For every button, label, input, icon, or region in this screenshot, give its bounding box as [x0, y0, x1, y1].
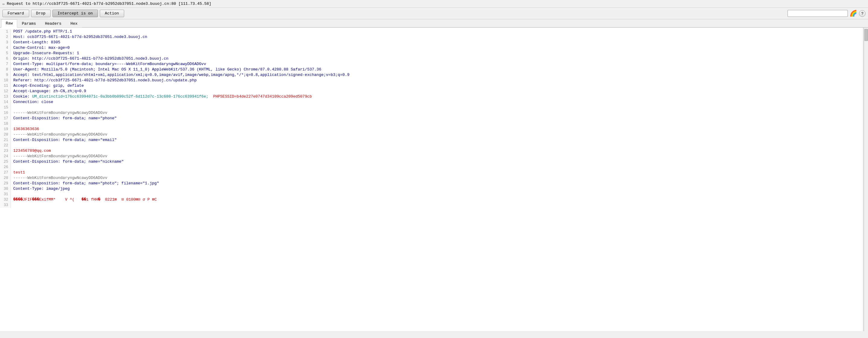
line-number: 24: [0, 154, 11, 159]
table-row: 17Content-Disposition: form-data; name="…: [0, 116, 863, 121]
line-number: 31: [0, 192, 11, 197]
line-content: ------WebKitFormBoundaryngwNcawyDD6ADGvv: [11, 175, 107, 181]
intercept-button[interactable]: Intercept is on: [53, 10, 98, 17]
line-content: Content-Disposition: form-data; name="ph…: [11, 181, 159, 186]
line-number: 9: [0, 72, 11, 78]
tab-params[interactable]: Params: [17, 20, 40, 27]
line-number: 10: [0, 78, 11, 83]
drop-button[interactable]: Drop: [31, 10, 51, 17]
search-area: 🌈 ?: [787, 10, 866, 17]
line-content: 123456789@qq.com: [11, 148, 51, 154]
title-bar: ✏ Request to http://ccb3f725-6671-4021-b…: [0, 0, 868, 8]
line-number: 30: [0, 186, 11, 192]
table-row: 26: [0, 165, 863, 170]
line-number: 6: [0, 56, 11, 62]
tab-raw[interactable]: Raw: [1, 19, 17, 28]
line-number: 29: [0, 181, 11, 186]
line-number: 27: [0, 170, 11, 175]
line-content: ����JFIF���ExifMM* V ^( ��i fHH� 0221⊠ ⊡…: [11, 197, 157, 202]
table-row: 11Accept-Encoding: gzip, deflate: [0, 83, 863, 89]
table-row: 13Cookie: UM_distinctid=176cc63994071c-0…: [0, 94, 863, 99]
search-input[interactable]: [787, 10, 848, 17]
line-content: Referer: http://ccb3f725-6671-4021-b77d-…: [11, 78, 197, 83]
table-row: 16------WebKitFormBoundaryngwNcawyDD6ADG…: [0, 110, 863, 116]
line-content: [11, 143, 13, 148]
table-row: 8User-Agent: Mozilla/5.0 (Macintosh; Int…: [0, 67, 863, 72]
line-content: Cache-Control: max-age=0: [11, 45, 70, 50]
line-number: 1: [0, 29, 11, 34]
line-number: 8: [0, 67, 11, 72]
tab-headers[interactable]: Headers: [40, 20, 66, 27]
table-row: 23123456789@qq.com: [0, 148, 863, 154]
line-number: 25: [0, 159, 11, 165]
line-number: 5: [0, 50, 11, 56]
line-content: [11, 192, 13, 197]
line-content: ------WebKitFormBoundaryngwNcawyDD6ADGvv: [11, 110, 107, 116]
table-row: 24------WebKitFormBoundaryngwNcawyDD6ADG…: [0, 154, 863, 159]
line-number: 12: [0, 89, 11, 94]
line-number: 7: [0, 62, 11, 67]
line-content: ------WebKitFormBoundaryngwNcawyDD6ADGvv: [11, 154, 107, 159]
line-number: 13: [0, 94, 11, 99]
line-number: 23: [0, 148, 11, 154]
line-number: 15: [0, 105, 11, 110]
line-content: [11, 165, 13, 170]
line-content: Content-Disposition: form-data; name="em…: [11, 137, 117, 143]
tabs-bar: Raw Params Headers Hex: [0, 19, 868, 28]
line-content: Content-Type: multipart/form-data; bound…: [11, 62, 206, 67]
scrollbar-thumb[interactable]: [864, 29, 868, 41]
table-row: 33: [0, 202, 863, 208]
line-number: 17: [0, 116, 11, 121]
line-number: 21: [0, 137, 11, 143]
table-row: 20------WebKitFormBoundaryngwNcawyDD6ADG…: [0, 132, 863, 137]
line-number: 28: [0, 175, 11, 181]
table-row: 1POST /update.php HTTP/1.1: [0, 29, 863, 34]
action-button[interactable]: Action: [100, 10, 124, 17]
content-area: 1POST /update.php HTTP/1.12Host: ccb3f72…: [0, 28, 868, 331]
table-row: 6Origin: http://ccb3f725-6671-4021-b77d-…: [0, 56, 863, 62]
line-content: ------WebKitFormBoundaryngwNcawyDD6ADGvv: [11, 132, 107, 137]
line-content: [11, 121, 13, 127]
table-row: 14Connection: close: [0, 99, 863, 105]
line-number: 2: [0, 34, 11, 40]
line-number: 3: [0, 40, 11, 45]
table-row: 10Referer: http://ccb3f725-6671-4021-b77…: [0, 78, 863, 83]
table-row: 25Content-Disposition: form-data; name="…: [0, 159, 863, 165]
line-content: Content-Type: image/jpeg: [11, 186, 70, 192]
line-content: Host: ccb3f725-6671-4021-b77d-b2952db370…: [11, 34, 147, 40]
title-text: Request to http://ccb3f725-6671-4021-b77…: [7, 1, 211, 6]
table-row: 5Upgrade-Insecure-Requests: 1: [0, 50, 863, 56]
table-row: 1913636363636: [0, 127, 863, 132]
line-number: 18: [0, 121, 11, 127]
line-content: [11, 105, 13, 110]
line-number: 11: [0, 83, 11, 89]
line-content: [11, 202, 13, 208]
table-row: 31: [0, 192, 863, 197]
scrollbar-track[interactable]: [864, 28, 868, 331]
tab-hex[interactable]: Hex: [66, 20, 82, 27]
line-content: Accept-Encoding: gzip, deflate: [11, 83, 84, 89]
line-content: Connection: close: [11, 99, 53, 105]
line-number: 33: [0, 202, 11, 208]
table-row: 27test1: [0, 170, 863, 175]
table-row: 18: [0, 121, 863, 127]
line-content: Accept: text/html,application/xhtml+xml,…: [11, 72, 350, 78]
line-content: Content-Disposition: form-data; name="ph…: [11, 116, 117, 121]
line-content: Content-Length: 8305: [11, 40, 60, 45]
table-row: 2Host: ccb3f725-6671-4021-b77d-b2952db37…: [0, 34, 863, 40]
line-number: 22: [0, 143, 11, 148]
forward-button[interactable]: Forward: [2, 10, 29, 17]
line-number: 26: [0, 165, 11, 170]
table-row: 28------WebKitFormBoundaryngwNcawyDD6ADG…: [0, 175, 863, 181]
table-row: 12Accept-Language: zh-CN,zh;q=0.9: [0, 89, 863, 94]
line-number: 19: [0, 127, 11, 132]
table-row: 29Content-Disposition: form-data; name="…: [0, 181, 863, 186]
line-number: 16: [0, 110, 11, 116]
table-row: 3Content-Length: 8305: [0, 40, 863, 45]
help-button[interactable]: ?: [859, 10, 866, 17]
line-number: 32: [0, 197, 11, 202]
table-row: 15: [0, 105, 863, 110]
line-content: Accept-Language: zh-CN,zh;q=0.9: [11, 89, 86, 94]
table-row: 4Cache-Control: max-age=0: [0, 45, 863, 50]
code-panel[interactable]: 1POST /update.php HTTP/1.12Host: ccb3f72…: [0, 28, 864, 331]
